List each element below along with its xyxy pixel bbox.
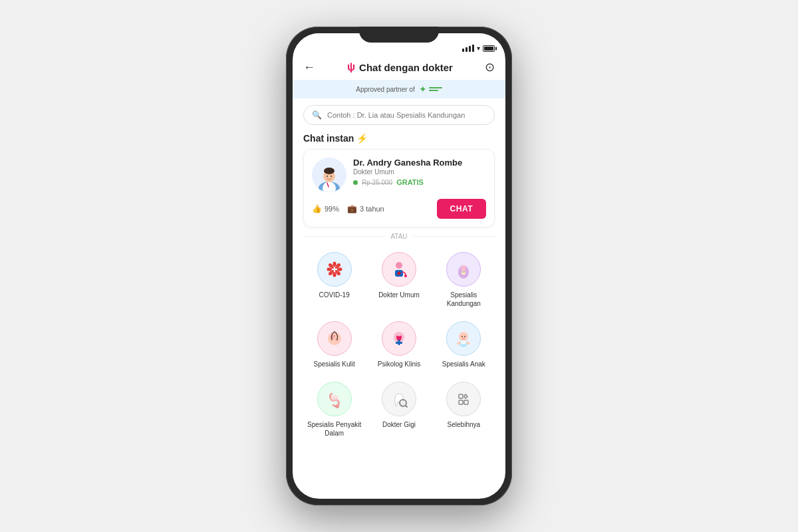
svg-point-34 <box>462 271 464 273</box>
briefcase-icon: 💼 <box>347 204 357 213</box>
svg-point-5 <box>327 176 328 177</box>
anak-label: Spesialis Anak <box>442 360 485 368</box>
dokter-umum-icon <box>382 252 416 287</box>
category-kandungan[interactable]: Spesialis Kandungan <box>433 247 495 313</box>
chat-button[interactable]: CHAT <box>437 199 486 219</box>
svg-point-45 <box>464 336 466 337</box>
gigi-label: Dokter Gigi <box>382 420 416 429</box>
svg-point-4 <box>324 168 334 174</box>
stethoscope-icon: ψ <box>347 61 355 73</box>
rating-stat: 👍 99% <box>312 204 339 213</box>
doctor-card: Dr. Andry Ganesha Rombe Dokter Umum Rp 2… <box>303 149 495 227</box>
category-kulit[interactable]: Spesialis Kulit <box>303 316 365 374</box>
search-input[interactable] <box>327 111 486 119</box>
svg-point-44 <box>462 336 463 337</box>
category-selebihnya[interactable]: Selebihnya <box>433 376 495 443</box>
svg-rect-42 <box>396 342 402 344</box>
thumbs-up-icon: 👍 <box>312 204 322 213</box>
partner-lines <box>429 87 442 91</box>
rating-value: 99% <box>325 205 339 213</box>
svg-point-49 <box>461 340 466 344</box>
psikolog-label: Psikolog Klinis <box>378 360 420 368</box>
doctor-price: Rp 25.000 GRATIS <box>353 178 486 186</box>
search-icon: 🔍 <box>312 110 322 120</box>
penyakit-dalam-icon <box>317 382 352 416</box>
partner-banner: Approved partner of ✦ <box>293 80 505 98</box>
battery-icon <box>483 45 495 52</box>
penyakit-dalam-label: Spesialis Penyakit Dalam <box>306 420 362 438</box>
category-covid[interactable]: COVID-19 <box>303 247 365 313</box>
gigi-icon <box>382 382 416 416</box>
svg-line-53 <box>405 406 407 408</box>
kandungan-icon <box>446 252 481 287</box>
back-button[interactable]: ← <box>303 61 315 74</box>
svg-point-6 <box>331 176 332 177</box>
covid-label: COVID-19 <box>319 291 350 299</box>
category-psikolog[interactable]: Psikolog Klinis <box>368 316 430 374</box>
header-title: ψ Chat dengan dokter <box>347 61 453 73</box>
selebihnya-label: Selebihnya <box>448 420 480 429</box>
category-grid: COVID-19 <box>293 244 505 451</box>
svg-point-35 <box>464 271 465 273</box>
selebihnya-icon <box>446 382 481 416</box>
svg-rect-55 <box>459 400 463 404</box>
doctor-specialty: Dokter Umum <box>353 168 486 176</box>
svg-rect-54 <box>459 394 463 398</box>
doctor-info: Dr. Andry Ganesha Rombe Dokter Umum Rp 2… <box>312 158 486 192</box>
price-original: Rp 25.000 <box>362 179 392 186</box>
doctor-details: Dr. Andry Ganesha Rombe Dokter Umum Rp 2… <box>353 158 486 186</box>
divider-line-left <box>303 236 385 237</box>
svg-point-51 <box>331 395 338 402</box>
section-title-chat: Chat instan ⚡ <box>293 130 505 149</box>
kulit-label: Spesialis Kulit <box>314 360 355 368</box>
category-anak[interactable]: Spesialis Anak <box>433 316 495 374</box>
doctor-name: Dr. Andry Ganesha Rombe <box>353 158 486 168</box>
svg-point-36 <box>328 332 341 345</box>
phone-frame: ▾ ← ψ Chat dengan dokter ⊙ Approved part… <box>286 27 512 505</box>
svg-point-39 <box>333 335 335 337</box>
anak-icon <box>446 321 481 356</box>
svg-point-50 <box>335 404 339 408</box>
online-indicator <box>353 180 358 185</box>
doctor-stats: 👍 99% 💼 3 tahun <box>312 204 384 213</box>
page-title: Chat dengan dokter <box>359 62 453 73</box>
category-penyakit-dalam[interactable]: Spesialis Penyakit Dalam <box>303 376 365 443</box>
partner-cross-icon: ✦ <box>419 84 427 94</box>
chat-instan-label: Chat instan <box>303 133 354 144</box>
price-free: GRATIS <box>396 178 424 186</box>
doctor-footer: 👍 99% 💼 3 tahun CHAT <box>312 199 486 219</box>
svg-point-43 <box>459 332 468 341</box>
wifi-icon: ▾ <box>477 45 480 52</box>
phone-screen: ▾ ← ψ Chat dengan dokter ⊙ Approved part… <box>293 33 505 499</box>
covid-icon <box>317 252 352 287</box>
lightning-icon: ⚡ <box>356 133 368 144</box>
history-button[interactable]: ⊙ <box>485 60 495 74</box>
svg-point-33 <box>462 271 466 275</box>
svg-point-26 <box>396 262 402 269</box>
doctor-avatar <box>312 158 346 192</box>
divider-atau: ATAU <box>303 233 495 240</box>
experience-value: 3 tahun <box>360 205 384 213</box>
app-header: ← ψ Chat dengan dokter ⊙ <box>293 55 505 80</box>
experience-stat: 💼 3 tahun <box>347 204 384 213</box>
kandungan-label: Spesialis Kandungan <box>436 291 492 308</box>
category-dokter-umum[interactable]: Dokter Umum <box>368 247 430 313</box>
divider-text: ATAU <box>390 233 407 240</box>
category-gigi[interactable]: Dokter Gigi <box>368 376 430 443</box>
notch <box>359 27 439 43</box>
partner-text: Approved partner of <box>356 86 414 93</box>
svg-point-32 <box>461 265 466 271</box>
psikolog-icon <box>382 321 416 356</box>
dokter-umum-label: Dokter Umum <box>378 291 420 299</box>
signal-icon <box>462 45 474 52</box>
svg-point-30 <box>404 275 407 277</box>
divider-line-right <box>413 236 495 237</box>
scroll-content: Chat instan ⚡ <box>293 130 505 499</box>
kulit-icon <box>317 321 352 356</box>
svg-rect-56 <box>464 400 468 404</box>
partner-logo: ✦ <box>419 84 442 94</box>
search-box[interactable]: 🔍 <box>303 105 495 125</box>
